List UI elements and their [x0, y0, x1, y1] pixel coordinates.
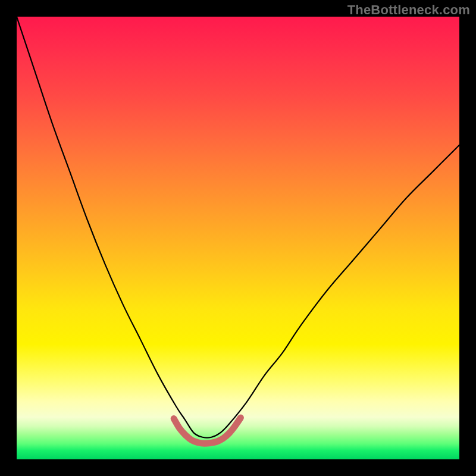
bottleneck-curve — [17, 17, 459, 438]
curve-layer — [17, 17, 459, 459]
chart-frame: TheBottleneck.com — [0, 0, 476, 476]
plot-area — [17, 17, 459, 459]
watermark-text: TheBottleneck.com — [347, 2, 470, 18]
